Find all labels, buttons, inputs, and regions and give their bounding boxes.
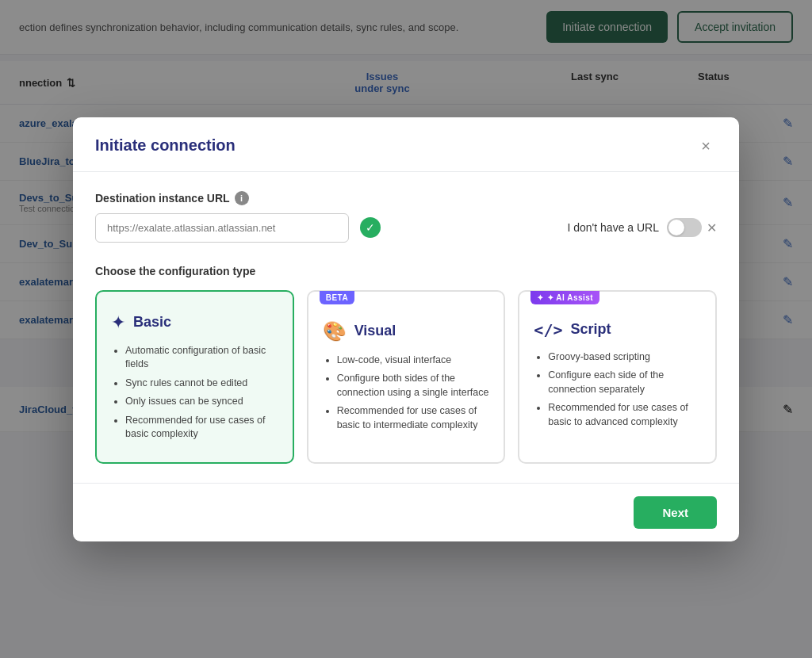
script-card[interactable]: ✦ ✦ AI Assist </> Script Groovy-based sc… — [518, 290, 717, 464]
modal-close-button[interactable]: × — [695, 135, 717, 157]
url-section: Destination instance URL i ✓ I don't hav… — [95, 191, 717, 243]
config-label: Choose the configuration type — [95, 265, 717, 277]
info-icon: i — [235, 191, 249, 205]
modal-footer: Next — [73, 483, 739, 541]
script-features-list: Groovy-based scripting Configure each si… — [534, 350, 701, 430]
basic-card-title: ✦ Basic — [111, 312, 278, 333]
modal-body: Destination instance URL i ✓ I don't hav… — [73, 172, 739, 483]
no-url-label: I don't have a URL — [567, 221, 659, 234]
toggle-wrap: ✕ — [667, 218, 717, 237]
url-label: Destination instance URL i — [95, 191, 717, 205]
list-item: Configure each side of the connection se… — [548, 369, 701, 396]
script-card-title: </> Script — [534, 320, 701, 339]
list-item: Recommended for use cases of basic compl… — [125, 414, 278, 442]
script-icon: </> — [534, 320, 562, 339]
config-cards: ✦ Basic Automatic configuration of basic… — [95, 290, 717, 464]
list-item: Configure both sides of the connection u… — [337, 372, 490, 400]
url-row: ✓ I don't have a URL ✕ — [95, 213, 717, 243]
visual-icon: 🎨 — [323, 320, 347, 342]
list-item: Groovy-based scripting — [548, 350, 701, 365]
visual-card-title: 🎨 Visual — [323, 320, 490, 342]
basic-title-text: Basic — [133, 314, 171, 331]
visual-features-list: Low-code, visual interface Configure bot… — [323, 354, 490, 433]
modal-header: Initiate connection × — [73, 117, 739, 172]
basic-card[interactable]: ✦ Basic Automatic configuration of basic… — [95, 290, 294, 464]
ai-assist-badge: ✦ ✦ AI Assist — [530, 291, 599, 304]
initiate-connection-modal: Initiate connection × Destination instan… — [73, 117, 739, 541]
modal-title: Initiate connection — [95, 136, 236, 155]
no-url-section: I don't have a URL ✕ — [567, 218, 717, 237]
list-item: Recommended for use cases of basic to in… — [337, 404, 490, 432]
modal-overlay: Initiate connection × Destination instan… — [0, 0, 812, 658]
toggle-thumb — [668, 220, 684, 235]
toggle-off-icon: ✕ — [707, 220, 717, 235]
visual-title-text: Visual — [354, 323, 396, 339]
config-section: Choose the configuration type ✦ Basic Au… — [95, 265, 717, 464]
basic-features-list: Automatic configuration of basic fields … — [111, 344, 278, 442]
next-button[interactable]: Next — [634, 496, 717, 529]
visual-card[interactable]: BETA 🎨 Visual Low-code, visual interface… — [307, 290, 506, 464]
basic-icon: ✦ — [111, 312, 125, 333]
list-item: Recommended for use cases of basic to ad… — [548, 401, 701, 429]
list-item: Low-code, visual interface — [337, 354, 490, 368]
list-item: Sync rules cannot be edited — [125, 377, 278, 391]
beta-badge: BETA — [320, 291, 354, 304]
script-title-text: Script — [570, 321, 611, 338]
destination-url-input[interactable] — [95, 213, 349, 243]
list-item: Automatic configuration of basic fields — [125, 344, 278, 372]
list-item: Only issues can be synced — [125, 395, 278, 409]
url-valid-icon: ✓ — [360, 217, 381, 238]
no-url-toggle[interactable] — [667, 218, 702, 237]
